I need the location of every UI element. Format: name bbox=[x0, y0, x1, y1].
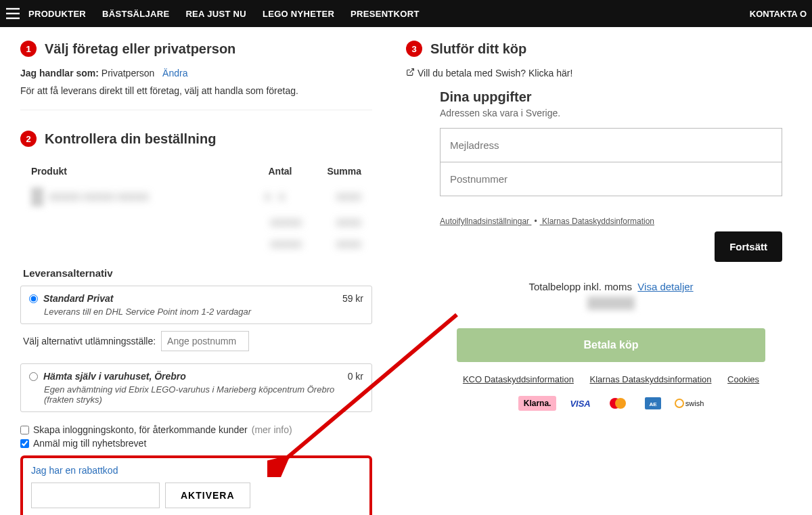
klarna-small-links: Autoifyllnadsinställningar • Klarnas Dat… bbox=[440, 217, 782, 226]
step1-title: Välj företag eller privatperson bbox=[45, 41, 235, 57]
hamburger-menu-icon[interactable] bbox=[5, 7, 20, 20]
total-label-redacted: XXXXX bbox=[234, 239, 302, 250]
coupon-input[interactable] bbox=[31, 483, 160, 508]
total-amount-redacted bbox=[440, 296, 782, 312]
total-label: Totalbelopp inkl. moms bbox=[528, 281, 632, 292]
privacy-link[interactable]: Klarnas Dataskyddsinformation bbox=[542, 217, 654, 226]
coupon-row: AKTIVERA bbox=[31, 483, 361, 508]
have-coupon-link[interactable]: Jag har en rabattkod bbox=[31, 465, 118, 476]
visa-badge-icon: VISA bbox=[566, 397, 594, 411]
cookies-link[interactable]: Cookies bbox=[727, 374, 759, 384]
total-line: Totalbelopp inkl. moms Visa detaljer bbox=[440, 281, 782, 292]
change-link[interactable]: Ändra bbox=[162, 68, 187, 79]
ship-option-pickup[interactable]: Hämta själv i varuhuset, Örebro 0 kr Ege… bbox=[20, 363, 372, 412]
ship-price-standard: 59 kr bbox=[342, 293, 363, 304]
newsletter-checkbox[interactable] bbox=[20, 439, 29, 448]
ship-radio-pickup[interactable] bbox=[29, 372, 38, 381]
swish-text: Vill du betala med Swish? Klicka här! bbox=[418, 68, 572, 79]
sum-redacted: XXXX bbox=[307, 192, 361, 202]
klarna-widget: Dina uppgifter Adressen ska vara i Sveri… bbox=[406, 89, 785, 411]
dot-sep: • bbox=[531, 217, 539, 226]
product-thumb bbox=[31, 187, 43, 206]
right-column: 3 Slutför ditt köp Vill du betala med Sw… bbox=[406, 41, 785, 515]
qty-redacted: X X bbox=[248, 192, 302, 202]
step2-title: Kontrollera din beställning bbox=[45, 131, 216, 147]
pay-button[interactable]: Betala köp bbox=[457, 328, 765, 362]
klarna-title: Dina uppgifter bbox=[440, 89, 782, 105]
klarna-privacy-link[interactable]: Klarnas Dataskyddsinformation bbox=[590, 374, 712, 384]
newsletter-row: Anmäl mig till nyhetsbrevet bbox=[20, 438, 372, 449]
svg-line-3 bbox=[409, 69, 413, 73]
continue-button[interactable]: Fortsätt bbox=[715, 231, 782, 262]
ship-desc-pickup: Egen avhämtning vid Ebrix LEGO-varuhus i… bbox=[44, 384, 363, 405]
shop-as-value: Privatperson bbox=[102, 68, 155, 79]
th-product: Produkt bbox=[31, 166, 253, 177]
order-table: Produkt Antal Summa XXXXX XXXXX XXXXX X … bbox=[20, 160, 372, 255]
more-info-link[interactable]: (mer info) bbox=[252, 424, 292, 435]
th-qty: Antal bbox=[253, 166, 307, 177]
top-navbar: PRODUKTER BÄSTSÄLJARE REA JUST NU LEGO N… bbox=[0, 0, 812, 27]
step1-header: 1 Välj företag eller privatperson bbox=[20, 41, 372, 57]
nav-contact[interactable]: KONTAKTA O bbox=[750, 9, 807, 19]
step2-header: 2 Kontrollera din beställning bbox=[20, 131, 372, 147]
ship-option-standard[interactable]: Standard Privat 59 kr Leverans till en D… bbox=[20, 286, 372, 324]
nav-bestsellers[interactable]: BÄSTSÄLJARE bbox=[102, 9, 169, 19]
step2-badge: 2 bbox=[20, 131, 37, 147]
swish-link[interactable]: Vill du betala med Swish? Klicka här! bbox=[406, 68, 572, 79]
kco-privacy-link[interactable]: KCO Dataskyddsinformation bbox=[463, 374, 574, 384]
pickup-zip-input[interactable] bbox=[161, 331, 249, 351]
klarna-badge-icon: Klarna. bbox=[518, 396, 557, 411]
delivery-heading: Leveransalternativ bbox=[23, 267, 372, 279]
nav-sale[interactable]: REA JUST NU bbox=[185, 9, 246, 19]
ship-name-pickup: Hämta själv i varuhuset, Örebro bbox=[43, 371, 342, 382]
ship-price-pickup: 0 kr bbox=[348, 371, 363, 382]
svg-point-5 bbox=[615, 398, 626, 409]
total-value-redacted: XXXX bbox=[307, 239, 361, 250]
checkout-page: 1 Välj företag eller privatperson Jag ha… bbox=[0, 27, 812, 515]
shop-as-label: Jag handlar som: bbox=[20, 68, 99, 79]
step1-badge: 1 bbox=[20, 41, 37, 57]
external-link-icon bbox=[406, 68, 415, 79]
amex-badge-icon: AE bbox=[641, 395, 665, 411]
swish-badge-icon: swish bbox=[675, 399, 704, 408]
table-header-row: Produkt Antal Summa bbox=[20, 160, 372, 182]
shop-as-line: Jag handlar som: Privatperson Ändra bbox=[20, 68, 372, 79]
step2-section: 2 Kontrollera din beställning Produkt An… bbox=[20, 131, 372, 515]
create-account-row: Skapa inloggningskonto, för återkommande… bbox=[20, 424, 372, 435]
step3-title: Slutför ditt köp bbox=[430, 41, 526, 57]
payment-badges: Klarna. VISA AE swish bbox=[440, 395, 782, 411]
pickup-point-row: Välj alternativt utlämningsställe: bbox=[23, 331, 372, 351]
step3-header: 3 Slutför ditt köp bbox=[406, 41, 785, 57]
subtotal-row: XXXXX XXXX bbox=[20, 212, 372, 233]
mastercard-badge-icon bbox=[604, 395, 631, 411]
subtotal-label-redacted: XXXXX bbox=[214, 217, 302, 228]
zip-field[interactable] bbox=[440, 162, 782, 196]
activate-coupon-button[interactable]: AKTIVERA bbox=[165, 483, 250, 508]
ship-radio-standard[interactable] bbox=[29, 294, 38, 303]
email-field[interactable] bbox=[440, 128, 782, 162]
coupon-box: Jag har en rabattkod AKTIVERA Kan inte k… bbox=[20, 455, 372, 515]
klarna-subtitle: Adressen ska vara i Sverige. bbox=[440, 108, 782, 118]
newsletter-label: Anmäl mig till nyhetsbrevet bbox=[33, 438, 146, 449]
th-sum: Summa bbox=[307, 166, 361, 177]
product-name-redacted: XXXXX XXXXX XXXXX bbox=[49, 192, 242, 202]
total-row: XXXXX XXXX bbox=[20, 233, 372, 255]
svg-point-8 bbox=[675, 399, 683, 407]
ship-name-standard: Standard Privat bbox=[43, 293, 337, 304]
nav-links: PRODUKTER BÄSTSÄLJARE REA JUST NU LEGO N… bbox=[28, 9, 420, 19]
nav-news[interactable]: LEGO NYHETER bbox=[263, 9, 334, 19]
continue-row: Fortsätt bbox=[440, 231, 782, 262]
subtotal-value-redacted: XXXX bbox=[307, 217, 361, 228]
company-note: För att få leverans direkt till ett före… bbox=[20, 85, 372, 96]
step3-badge: 3 bbox=[406, 41, 422, 57]
table-row: XXXXX XXXXX XXXXX X X XXXX bbox=[20, 182, 372, 212]
autofill-link[interactable]: Autoifyllnadsinställningar bbox=[440, 217, 529, 226]
ship-desc-standard: Leverans till en DHL Service Point inom … bbox=[44, 307, 363, 317]
create-account-checkbox[interactable] bbox=[20, 426, 29, 434]
create-account-label: Skapa inloggningskonto, för återkommande… bbox=[33, 424, 248, 435]
left-column: 1 Välj företag eller privatperson Jag ha… bbox=[20, 41, 372, 515]
show-details-link[interactable]: Visa detaljer bbox=[637, 281, 693, 292]
nav-products[interactable]: PRODUKTER bbox=[28, 9, 86, 19]
divider bbox=[20, 110, 372, 110]
nav-giftcard[interactable]: PRESENTKORT bbox=[351, 9, 420, 19]
